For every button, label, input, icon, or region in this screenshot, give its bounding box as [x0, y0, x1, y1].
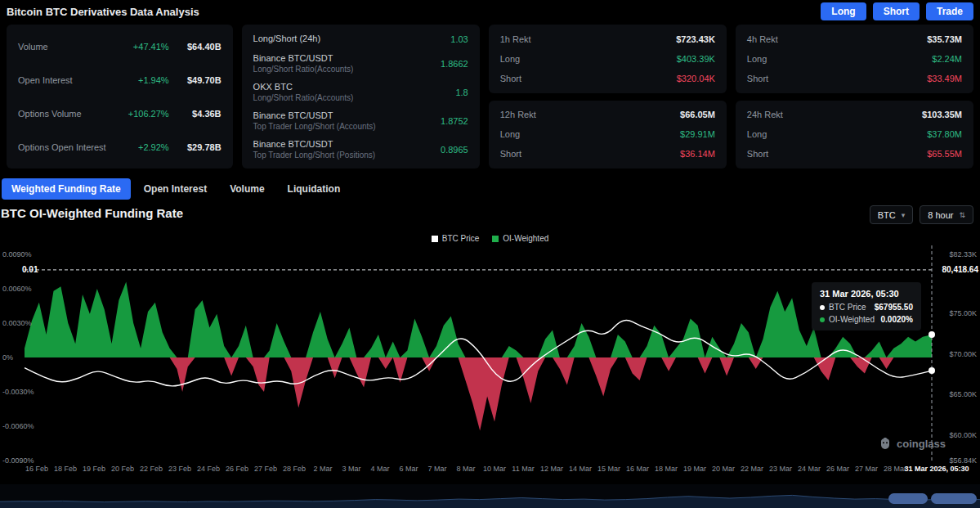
legend-item-oi-weighted[interactable]: OI-Weighted	[492, 234, 548, 243]
x-axis-tick: 11 Mar	[512, 465, 534, 473]
legend-label: OI-Weighted	[503, 234, 548, 243]
stat-row-options-volume: Options Volume +106.27% $4.36B	[18, 109, 222, 119]
x-axis-tick: 4 Mar	[370, 465, 389, 473]
stat-change: +106.27%	[128, 109, 169, 119]
market-stats-panel: Volume +47.41% $64.40B Open Interest +1.…	[7, 25, 233, 169]
rekt-total: $723.43K	[676, 34, 715, 44]
coinglass-watermark: coinglass	[879, 437, 946, 450]
chevron-down-icon: ▾	[902, 211, 906, 219]
tab-open-interest[interactable]: Open Interest	[134, 178, 217, 200]
x-axis-tick: 8 Mar	[456, 465, 475, 473]
ratio-value: 1.8662	[441, 59, 468, 69]
rekt-long-label: Long	[747, 54, 767, 64]
left-axis-tick: -0.0090%	[2, 456, 34, 465]
x-axis-tick: 18 Mar	[655, 465, 678, 473]
rekt-long-value: $29.91M	[680, 129, 715, 139]
rekt-short-label: Short	[747, 149, 768, 159]
x-axis-tick: 15 Mar	[597, 465, 620, 473]
ratio-label: Long/Short (24h)	[253, 34, 321, 43]
rekt-long-label: Long	[747, 129, 767, 139]
rekt-long-value: $403.39K	[677, 54, 715, 64]
symbol-select[interactable]: BTC ▾	[870, 205, 914, 224]
funding-rate-chart[interactable]: 31 Mar 2026, 05:30 BTC Price $67955.50 O…	[0, 245, 980, 484]
rekt-short-value: $33.49M	[927, 74, 962, 83]
left-axis-tick: 0%	[2, 353, 13, 362]
ratio-value: 1.8	[455, 88, 468, 97]
rekt-short-value: $65.55M	[927, 149, 962, 159]
rekt-long-label: Long	[500, 129, 520, 139]
short-button[interactable]: Short	[873, 2, 920, 20]
left-axis-tick: -0.0030%	[2, 388, 34, 396]
legend-swatch-icon	[432, 236, 438, 242]
ratio-label: Binance BTC/USDT	[253, 110, 376, 120]
x-axis-tick: 19 Feb	[83, 465, 105, 473]
ratio-row: Binance BTC/USDT Top Trader Long/Short (…	[253, 139, 468, 160]
x-axis-tick: 7 Mar	[427, 465, 446, 473]
ratio-sublabel: Long/Short Ratio(Accounts)	[253, 93, 354, 102]
ratio-value: 1.8752	[441, 116, 468, 126]
x-axis-tick: 16 Mar	[626, 465, 649, 473]
x-axis-tick: 24 Mar	[798, 465, 821, 473]
stat-label: Options Open Interest	[18, 142, 106, 152]
rekt-title: 12h Rekt	[500, 110, 536, 119]
left-axis-tick: 0.0030%	[2, 319, 32, 327]
tab-weighted-funding-rate[interactable]: Weighted Funding Rate	[2, 178, 131, 200]
header-actions: Long Short Trade	[821, 2, 973, 20]
long-button[interactable]: Long	[821, 2, 866, 20]
rekt-title: 24h Rekt	[747, 110, 783, 119]
stat-row-options-open-interest: Options Open Interest +2.92% $29.78B	[18, 142, 222, 152]
tooltip-date: 31 Mar 2026, 05:30	[820, 289, 913, 299]
rekt-short-label: Short	[500, 149, 521, 159]
ratio-sublabel: Top Trader Long/Short (Positions)	[253, 151, 376, 160]
chart-plot[interactable]	[0, 245, 980, 462]
tooltip-value: 0.0020%	[881, 315, 913, 324]
trade-button[interactable]: Trade	[926, 2, 973, 20]
stat-value: $4.36B	[169, 109, 222, 119]
ratio-row: Binance BTC/USDT Long/Short Ratio(Accoun…	[253, 53, 468, 74]
left-axis-tick: 0.0060%	[2, 285, 32, 293]
stat-row-open-interest: Open Interest +1.94% $49.70B	[18, 75, 222, 85]
chart-legend: BTC Price OI-Weighted	[0, 234, 980, 243]
rekt-column-right: 4h Rekt$35.73M Long$2.24M Short$33.49M 2…	[736, 25, 973, 169]
x-axis-current-label: 31 Mar 2026, 05:30	[904, 465, 969, 473]
navigator-handle[interactable]	[931, 493, 977, 504]
ratio-label: Binance BTC/USDT	[253, 139, 376, 149]
rekt-short-label: Short	[747, 74, 768, 83]
ratio-value: 0.8965	[441, 145, 468, 155]
tooltip-value: $67955.50	[875, 303, 913, 312]
ratio-row: Long/Short (24h) 1.03	[253, 34, 468, 45]
x-axis-tick: 24 Feb	[197, 465, 220, 473]
ratio-sublabel: Top Trader Long/Short (Accounts)	[253, 122, 376, 131]
rekt-column-left: 1h Rekt$723.43K Long$403.39K Short$320.0…	[489, 25, 727, 169]
legend-item-btc-price[interactable]: BTC Price	[432, 234, 480, 243]
tab-liquidation[interactable]: Liquidation	[278, 178, 351, 200]
x-axis-tick: 23 Feb	[168, 465, 191, 473]
rekt-title: 1h Rekt	[500, 34, 531, 44]
funding-end-dot	[929, 331, 935, 338]
right-axis-tick: $82.33K	[949, 250, 977, 258]
left-axis-tick: 0.0090%	[2, 250, 32, 258]
header: Bitcoin BTC Derivatives Data Analysis Lo…	[0, 0, 980, 23]
x-axis-tick: 27 Mar	[855, 465, 878, 473]
tooltip-row-price: BTC Price $67955.50	[820, 303, 913, 312]
price-end-dot	[929, 367, 935, 374]
long-short-ratio-panel: Long/Short (24h) 1.03 Binance BTC/USDT L…	[242, 25, 480, 169]
ratio-sublabel: Long/Short Ratio(Accounts)	[253, 65, 354, 74]
right-axis-tick: $65.00K	[949, 390, 977, 398]
tab-volume[interactable]: Volume	[220, 178, 274, 200]
chart-controls: BTC ▾ 8 hour ⇅	[870, 205, 973, 224]
rekt-short-value: $36.14M	[680, 149, 715, 159]
x-axis-tick: 18 Feb	[54, 465, 77, 473]
stat-label: Volume	[18, 42, 48, 52]
navigator-handle[interactable]	[888, 493, 928, 504]
stat-change: +2.92%	[138, 142, 169, 152]
x-axis-tick: 19 Mar	[683, 465, 706, 473]
price-dot-icon	[820, 305, 825, 310]
rekt-card-24h: 24h Rekt$103.35M Long$37.80M Short$65.55…	[736, 101, 973, 169]
x-axis-tick: 14 Mar	[569, 465, 592, 473]
chart-navigator[interactable]	[0, 484, 980, 508]
ratio-label: OKX BTC	[253, 82, 354, 92]
funding-positive-area	[25, 282, 932, 357]
interval-select[interactable]: 8 hour ⇅	[920, 205, 973, 224]
price-marker-label: 80,418.64	[942, 265, 979, 274]
